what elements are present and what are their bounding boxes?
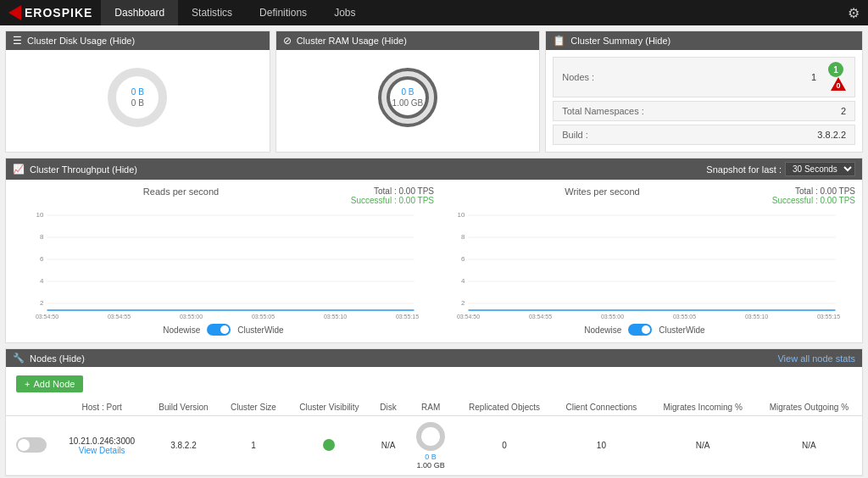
add-node-button[interactable]: + Add Node <box>16 375 83 392</box>
reads-svg: 10 8 6 4 2 03:54:50 <box>13 208 434 319</box>
node-badges: 1 0 <box>828 62 846 92</box>
col-disk: Disk <box>371 399 406 416</box>
svg-text:03:54:50: 03:54:50 <box>457 314 480 319</box>
svg-text:6: 6 <box>40 255 44 263</box>
col-connections: Client Connections <box>553 399 649 416</box>
node-visibility-cell <box>287 416 371 475</box>
svg-text:4: 4 <box>461 277 465 285</box>
reads-chart: 10 8 6 4 2 03:54:50 <box>13 208 434 319</box>
svg-text:03:55:10: 03:55:10 <box>324 314 347 319</box>
settings-icon[interactable]: ⚙ <box>848 5 860 21</box>
main-content: ☰ Cluster Disk Usage (Hide) 0 B 0 B ⊘ <box>0 25 868 478</box>
logo-triangle-icon <box>8 5 21 20</box>
reads-toggle: Nodewise ClusterWide <box>13 324 434 336</box>
svg-text:03:55:00: 03:55:00 <box>180 314 203 319</box>
logo-text: EROSPIKE <box>25 6 92 19</box>
add-node-label: Add Node <box>33 379 75 389</box>
ram-donut-area: 0 B 1.00 GB <box>276 50 540 145</box>
nodes-table-body: 10.21.0.246:3000 View Details 3.8.2.2 1 … <box>6 416 862 475</box>
view-all-stats-link[interactable]: View all node stats <box>777 353 855 364</box>
visibility-dot <box>323 439 335 451</box>
writes-stats: Total : 0.00 TPS Successful : 0.00 TPS <box>771 186 855 205</box>
add-node-icon: + <box>25 379 30 389</box>
summary-rows: Nodes : 1 1 0 <box>546 50 862 152</box>
writes-toggle-switch[interactable] <box>628 324 652 336</box>
svg-text:03:54:55: 03:54:55 <box>529 314 552 319</box>
disk-donut-area: 0 B 0 B <box>6 50 270 145</box>
badge-warning: 0 <box>831 77 846 92</box>
reads-chart-area: Reads per second Total : 0.00 TPS Succes… <box>13 186 434 336</box>
node-disk-cell: N/A <box>371 416 406 475</box>
summary-icon: 📋 <box>553 35 565 47</box>
node-migrates-out-cell: N/A <box>756 416 862 475</box>
reads-stats: Total : 0.00 TPS Successful : 0.00 TPS <box>349 186 434 205</box>
tab-jobs[interactable]: Jobs <box>320 0 369 25</box>
writes-chart: 10 8 6 4 2 03:54:50 03:54:55 03:55:00 <box>434 208 855 319</box>
svg-text:10: 10 <box>458 211 465 219</box>
namespaces-value: 2 <box>841 106 846 116</box>
reads-chart-title: Reads per second <box>13 186 349 197</box>
nav-right: ⚙ <box>848 5 860 21</box>
snapshot-select[interactable]: 30 Seconds 1 Minute 5 Minutes <box>785 162 855 176</box>
summary-row-build: Build : 3.8.2.2 <box>553 125 855 145</box>
col-size: Cluster Size <box>220 399 287 416</box>
disk-panel: ☰ Cluster Disk Usage (Hide) 0 B 0 B <box>5 31 270 153</box>
svg-text:03:55:10: 03:55:10 <box>745 314 768 319</box>
node-host-cell: 10.21.0.246:3000 View Details <box>57 416 147 475</box>
node-toggle-switch[interactable] <box>16 437 47 453</box>
svg-text:0: 0 <box>836 81 840 90</box>
col-ram: RAM <box>405 399 456 416</box>
tab-dashboard[interactable]: Dashboard <box>101 0 178 25</box>
snapshot-label: Snapshot for last : <box>706 164 782 175</box>
ram-panel: ⊘ Cluster RAM Usage (Hide) 0 B 1.00 GB <box>275 31 541 153</box>
reads-success: Successful : 0.00 TPS <box>349 196 434 205</box>
ram-donut-label: 0 B 1.00 GB <box>392 86 424 108</box>
svg-text:03:55:05: 03:55:05 <box>252 314 275 319</box>
reads-title-row: Reads per second Total : 0.00 TPS Succes… <box>13 186 434 205</box>
nodes-header-left: 🔧 Nodes (Hide) <box>13 353 85 364</box>
svg-text:8: 8 <box>40 233 44 241</box>
col-migrates-out: Migrates Outgoing % <box>756 399 862 416</box>
svg-text:03:55:00: 03:55:00 <box>601 314 624 319</box>
nodes-label: Nodes : <box>562 72 594 82</box>
reads-toggle-switch[interactable] <box>207 324 231 336</box>
svg-text:2: 2 <box>40 299 44 307</box>
writes-chart-area: Writes per second Total : 0.00 TPS Succe… <box>434 186 855 336</box>
build-value: 3.8.2.2 <box>817 130 846 140</box>
writes-success: Successful : 0.00 TPS <box>771 196 855 205</box>
reads-total: Total : 0.00 TPS <box>349 186 434 196</box>
disk-donut-label: 0 B 0 B <box>131 86 144 108</box>
writes-chart-title: Writes per second <box>434 186 771 197</box>
namespaces-label: Total Namespaces : <box>562 106 644 116</box>
svg-text:6: 6 <box>461 255 465 263</box>
svg-text:2: 2 <box>461 299 465 307</box>
disk-panel-title: Cluster Disk Usage (Hide) <box>27 36 135 46</box>
badge-active: 1 <box>828 62 843 77</box>
disk-panel-header: ☰ Cluster Disk Usage (Hide) <box>6 31 270 50</box>
svg-text:03:55:15: 03:55:15 <box>817 314 840 319</box>
ram-panel-header: ⊘ Cluster RAM Usage (Hide) <box>276 31 540 50</box>
summary-row-namespaces: Total Namespaces : 2 <box>553 101 855 121</box>
tab-definitions[interactable]: Definitions <box>246 0 320 25</box>
svg-text:03:55:05: 03:55:05 <box>673 314 696 319</box>
writes-title-row: Writes per second Total : 0.00 TPS Succe… <box>434 186 855 205</box>
writes-svg: 10 8 6 4 2 03:54:50 03:54:55 03:55:00 <box>434 208 855 319</box>
node-toggle-cell <box>6 416 57 475</box>
tab-statistics[interactable]: Statistics <box>178 0 246 25</box>
build-label: Build : <box>562 130 588 140</box>
svg-text:03:55:15: 03:55:15 <box>396 314 419 319</box>
logo: EROSPIKE <box>8 0 92 25</box>
cluster-summary-panel: 📋 Cluster Summary (Hide) Nodes : 1 1 0 <box>545 31 863 153</box>
ram-donut: 0 B 1.00 GB <box>374 64 442 131</box>
svg-text:4: 4 <box>40 277 44 285</box>
node-ram-sub: 1.00 GB <box>415 461 446 470</box>
node-view-details-link[interactable]: View Details <box>64 446 141 455</box>
ram-icon: ⊘ <box>283 35 292 47</box>
col-host: Host : Port <box>57 399 147 416</box>
col-toggle <box>6 399 57 416</box>
svg-point-39 <box>419 425 442 448</box>
col-replicated: Replicated Objects <box>456 399 553 416</box>
throughput-title: Cluster Throughput (Hide) <box>30 164 137 175</box>
svg-text:10: 10 <box>36 211 44 219</box>
nodes-header: 🔧 Nodes (Hide) View all node stats <box>6 349 862 367</box>
